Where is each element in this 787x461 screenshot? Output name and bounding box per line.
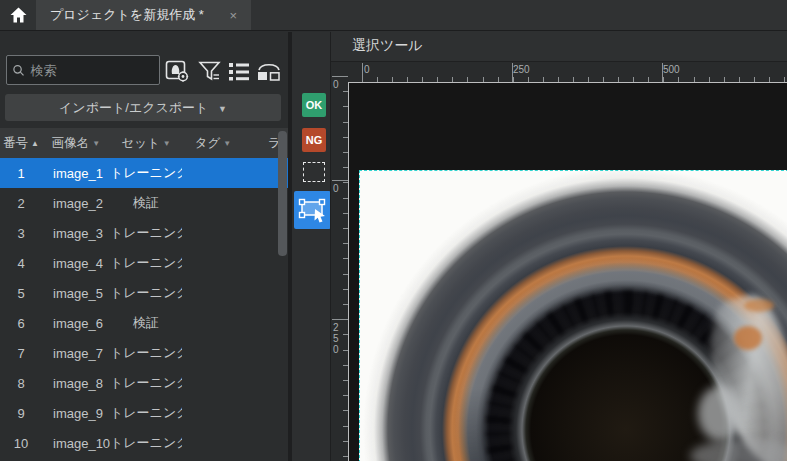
table-row[interactable]: 10image_10トレーニング [0,428,288,458]
image-table: 番号▲画像名▼セット▼タグ▼ラ 1image_1トレーニング2image_2検証… [0,128,288,461]
cell-set: 検証 [110,194,182,212]
list-icon [228,61,250,82]
horizontal-ruler: 0250500 [348,62,787,82]
ruler-major-tick [332,319,348,320]
home-icon [10,7,27,23]
ruler-label: 250 [333,322,341,355]
app-window: プロジェクトを新規作成 * × [0,0,787,461]
table-row[interactable]: 6image_6検証 [0,308,288,338]
cell-num: 4 [0,256,42,271]
cell-num: 8 [0,376,42,391]
cell-set: トレーニング [110,434,182,452]
cell-num: 1 [0,166,42,181]
filter-icon [198,60,221,83]
ruler-major-tick [332,76,348,77]
cell-num: 5 [0,286,42,301]
viewer-header: 選択ツール [331,31,787,62]
cell-set: トレーニング [110,284,182,302]
inspected-image [359,170,787,461]
table-header-row: 番号▲画像名▼セット▼タグ▼ラ [0,128,288,158]
table-scrollbar-thumb[interactable] [278,131,287,256]
cell-set: トレーニング [110,344,182,362]
sort-ascending-icon: ▲ [31,139,39,148]
column-header-num[interactable]: 番号▲ [0,135,42,152]
vertical-ruler: 00250 [331,62,348,461]
chevron-down-icon: ▼ [163,139,171,148]
table-row[interactable]: 9image_9トレーニング [0,398,288,428]
cell-num: 6 [0,316,42,331]
cell-num: 3 [0,226,42,241]
cell-name: image_1 [42,166,110,181]
selection-tool-button[interactable] [294,191,331,229]
photo-defect-spot [744,299,774,312]
import-export-label: インポート/エクスポート [59,100,208,115]
image-settings-icon [165,59,190,83]
cell-set: トレーニング [110,254,182,272]
import-export-button[interactable]: インポート/エクスポート ▼ [5,94,281,121]
ruler-major-tick [332,180,348,181]
cell-name: image_8 [42,376,110,391]
table-row[interactable]: 5image_5トレーニング [0,278,288,308]
cell-set: 検証 [110,314,182,332]
cell-name: image_7 [42,346,110,361]
chevron-down-icon: ▼ [223,139,231,148]
cell-name: image_6 [42,316,110,331]
tab-title: プロジェクトを新規作成 * [50,6,225,24]
table-row[interactable]: 7image_7トレーニング [0,338,288,368]
image-canvas[interactable] [348,82,787,461]
cell-set: トレーニング [110,224,182,242]
top-bar: プロジェクトを新規作成 * × [0,0,787,31]
column-header-set[interactable]: セット▼ [110,135,182,152]
filter-button[interactable] [195,58,223,84]
ruler-label: 500 [663,64,680,75]
gallery-icon [256,60,282,83]
cell-name: image_5 [42,286,110,301]
tool-column: OK NG [292,32,330,461]
cell-num: 2 [0,196,42,211]
cell-name: image_2 [42,196,110,211]
search-icon [13,64,24,77]
table-row[interactable]: 2image_2検証 [0,188,288,218]
cell-name: image_3 [42,226,110,241]
tab-close-icon[interactable]: × [225,8,241,23]
search-input[interactable] [30,63,153,78]
chevron-down-icon: ▼ [92,139,100,148]
table-row[interactable]: 1image_1トレーニング [0,158,288,188]
table-row[interactable]: 8image_8トレーニング [0,368,288,398]
cell-num: 10 [0,436,42,451]
column-header-tag[interactable]: タグ▼ [182,135,244,152]
home-button[interactable] [0,0,36,30]
gallery-view-button[interactable] [255,58,283,84]
ruler-label: 0 [333,79,341,90]
cell-set: トレーニング [110,164,182,182]
cell-name: image_10 [42,436,110,451]
search-box [6,55,160,85]
image-settings-button[interactable] [163,58,191,84]
list-view-button[interactable] [225,58,253,84]
ruler-label: 0 [364,64,370,75]
ruler-label: 0 [333,183,341,194]
selection-tool-icon [298,197,327,223]
cell-num: 7 [0,346,42,361]
tool-title: 選択ツール [352,37,423,55]
ok-label-button[interactable]: OK [302,93,326,117]
ng-label-button[interactable]: NG [302,128,326,152]
ruler-label: 250 [513,64,530,75]
cell-set: トレーニング [110,374,182,392]
photo-glare-spot [698,386,742,441]
photo-defect-spot [734,326,762,350]
cell-name: image_4 [42,256,110,271]
cell-name: image_9 [42,406,110,421]
image-list-panel: インポート/エクスポート ▼ 番号▲画像名▼セット▼タグ▼ラ 1image_1ト… [0,32,288,461]
table-body: 1image_1トレーニング2image_2検証3image_3トレーニング4i… [0,158,288,461]
tab-new-project[interactable]: プロジェクトを新規作成 * × [36,0,251,30]
cell-num: 9 [0,406,42,421]
table-row[interactable]: 3image_3トレーニング [0,218,288,248]
ruler-major-tick [362,63,363,82]
table-row[interactable]: 4image_4トレーニング [0,248,288,278]
viewer-panel: 選択ツール 0250500 00250 [331,32,787,461]
cell-set: トレーニング [110,404,182,422]
chevron-down-icon: ▼ [218,104,227,114]
marquee-select-button[interactable] [303,162,325,182]
column-header-name[interactable]: 画像名▼ [42,135,110,152]
